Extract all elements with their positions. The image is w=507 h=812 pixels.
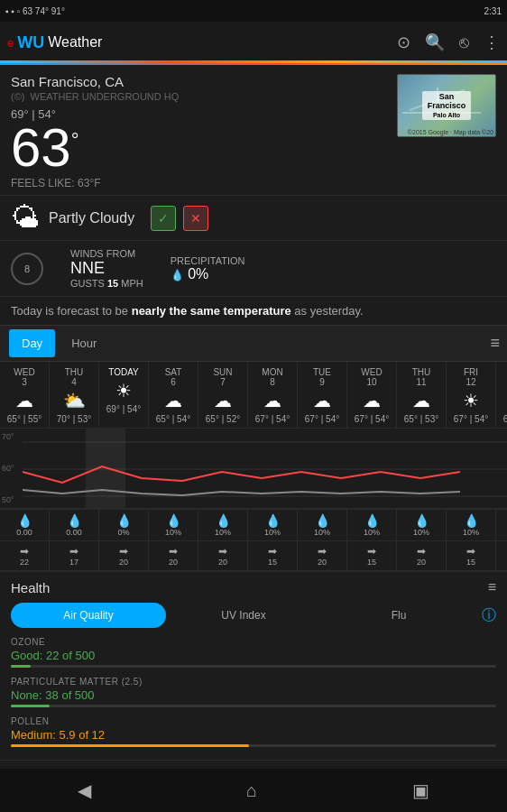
precip-column: 💧 0.00 <box>50 510 99 540</box>
health-tabs: Air Quality UV Index Flu ⓘ <box>11 603 496 628</box>
pollen-bar-bg <box>11 744 496 747</box>
day-temps: 69° | 55° <box>498 414 507 424</box>
day-weather-icon: ☁ <box>349 390 394 411</box>
day-date: 11 <box>399 377 444 387</box>
precip-icon: 💧 <box>200 513 245 528</box>
day-weather-icon: ☁ <box>200 390 245 411</box>
wind-column: ➡ 20 <box>99 541 149 570</box>
day-column[interactable]: FRI 12 ☀ 67° | 54° <box>447 362 496 428</box>
tab-hour[interactable]: Hour <box>59 329 109 357</box>
day-weather-icon: ⛅ <box>51 390 97 411</box>
wind-direction-arrow: ➡ <box>300 545 345 558</box>
day-column[interactable]: MON 8 ☁ 67° | 54° <box>248 362 298 428</box>
ozone-value: Good: 22 of 500 <box>11 649 496 662</box>
wind-column: ➡ 20 <box>496 541 507 570</box>
day-column[interactable]: TODAY ☀ 69° | 54° <box>99 362 149 428</box>
day-column[interactable]: THU 4 ⛅ 70° | 53° <box>50 362 99 428</box>
condition-section: 🌤 Partly Cloudy ✓ ✕ <box>0 195 507 241</box>
day-name: WED <box>2 367 47 377</box>
day-date: 3 <box>2 377 47 387</box>
hq-label: WEATHER UNDERGROUND HQ <box>31 91 180 102</box>
precip-column: 💧 10% <box>347 510 397 540</box>
ozone-bar-bg <box>11 665 496 668</box>
wind-direction-arrow: ➡ <box>349 545 394 558</box>
precip-row: 💧 0.00 💧 0.00 💧 0% 💧 10% 💧 10% 💧 10% 💧 1… <box>0 509 507 540</box>
wind-speed: 20 <box>200 558 245 567</box>
health-tab-airquality[interactable]: Air Quality <box>11 603 166 628</box>
chart-svg <box>0 429 507 508</box>
location-icon[interactable]: ⊙ <box>397 32 410 52</box>
health-tab-uvindex[interactable]: UV Index <box>166 603 321 628</box>
day-column[interactable]: SAT 6 ☁ 65° | 54° <box>149 362 198 428</box>
wind-column: ➡ 15 <box>447 541 496 570</box>
precip-icon: 💧 <box>51 513 97 528</box>
condition-deny-button[interactable]: ✕ <box>183 206 208 231</box>
wind-direction-arrow: ➡ <box>151 545 196 558</box>
day-name: THU <box>51 367 97 377</box>
wind-speed: 20 <box>300 558 345 567</box>
day-column[interactable]: TUE 9 ☁ 67° | 54° <box>298 362 347 428</box>
wind-column: ➡ 15 <box>248 541 298 570</box>
precip-icon: 💧 <box>151 513 196 528</box>
precip-icon: 💧 <box>349 513 394 528</box>
condition-confirm-button[interactable]: ✓ <box>151 206 176 231</box>
wind-direction-arrow: ➡ <box>101 545 146 558</box>
day-date: 9 <box>300 377 345 387</box>
wind-row-section: ➡ 22 ➡ 17 ➡ 20 ➡ 20 ➡ 20 ➡ 15 ➡ 20 ➡ 15 … <box>0 540 507 571</box>
health-menu-icon[interactable]: ≡ <box>488 579 496 595</box>
pollen-item: POLLEN Medium: 5.9 of 12 <box>11 716 496 747</box>
tabs-menu-icon[interactable]: ≡ <box>490 334 500 353</box>
wind-direction-arrow: ➡ <box>498 545 507 558</box>
precip-icon: 💧 <box>399 513 444 528</box>
precip-details: PRECIPITATION 💧 0% <box>171 255 245 282</box>
health-title: Health <box>11 580 50 595</box>
wind-speed: 20 <box>151 558 196 567</box>
wind-details: WINDS FROM NNE GUSTS 15 MPH <box>70 248 143 289</box>
day-temps: 67° | 54° <box>300 414 345 424</box>
day-date: 7 <box>200 377 245 387</box>
day-column[interactable]: WED 10 ☁ 67° | 54° <box>347 362 397 428</box>
location-left: San Francisco, CA (©) WEATHER UNDERGROUN… <box>11 74 181 189</box>
back-button[interactable]: ◀ <box>78 780 91 801</box>
precip-column: 💧 10% <box>298 510 347 540</box>
health-tab-flu[interactable]: Flu <box>321 603 476 628</box>
health-info-icon[interactable]: ⓘ <box>482 606 496 625</box>
recents-button[interactable]: ▣ <box>412 780 429 801</box>
map-city-label: San FranciscoPalo Alto <box>422 91 471 120</box>
day-column[interactable]: SUN 7 ☁ 65° | 52° <box>198 362 248 428</box>
precip-column: 💧 10% <box>198 510 248 540</box>
day-column[interactable]: THU 11 ☁ 65° | 53° <box>397 362 447 428</box>
precip-value: 10% <box>250 528 295 537</box>
precip-icon: 💧 <box>448 513 493 528</box>
particulate-value: None: 38 of 500 <box>11 688 496 702</box>
wind-speed: 17 <box>51 558 97 567</box>
wundermap-section[interactable]: WunderMap ≡ <box>0 760 507 769</box>
tab-day[interactable]: Day <box>9 329 55 357</box>
day-weather-icon: ☁ <box>300 390 345 411</box>
search-icon[interactable]: 🔍 <box>425 32 445 52</box>
wind-speed: 20 <box>399 558 444 567</box>
day-column[interactable]: WED 3 ☁ 65° | 55° <box>0 362 50 428</box>
status-time: 2:31 <box>484 6 502 16</box>
precip-icon: 💧 <box>250 513 295 528</box>
wind-direction-arrow: ➡ <box>2 545 47 558</box>
share-icon[interactable]: ⎋ <box>459 33 469 52</box>
map-thumbnail[interactable]: San FranciscoPalo Alto ©2015 Google · Ma… <box>397 74 496 137</box>
precip-column: 💧 0.00 <box>0 510 50 540</box>
precip-column: 💧 10% <box>397 510 447 540</box>
day-weather-icon: ☀ <box>448 390 493 411</box>
day-weather-icon: ⛅ <box>498 390 507 411</box>
daily-forecast: WED 3 ☁ 65° | 55° THU 4 ⛅ 70° | 53° TODA… <box>0 362 507 428</box>
home-button[interactable]: ⌂ <box>246 780 257 801</box>
particulate-bar-bg <box>11 705 496 707</box>
wind-direction-arrow: ➡ <box>200 545 245 558</box>
precip-value: 10% <box>151 528 196 537</box>
wind-gusts: GUSTS 15 MPH <box>70 278 143 289</box>
day-weather-icon: ☀ <box>101 380 146 401</box>
pollen-value: Medium: 5.9 of 12 <box>11 728 496 742</box>
day-column[interactable]: SAT 13 ⛅ 69° | 55° <box>496 362 507 428</box>
day-temps: 67° | 54° <box>250 414 295 424</box>
forecast-text: Today is forecast to be nearly the same … <box>0 296 507 325</box>
status-right: 2:31 <box>484 6 502 16</box>
more-icon[interactable]: ⋮ <box>484 32 500 52</box>
